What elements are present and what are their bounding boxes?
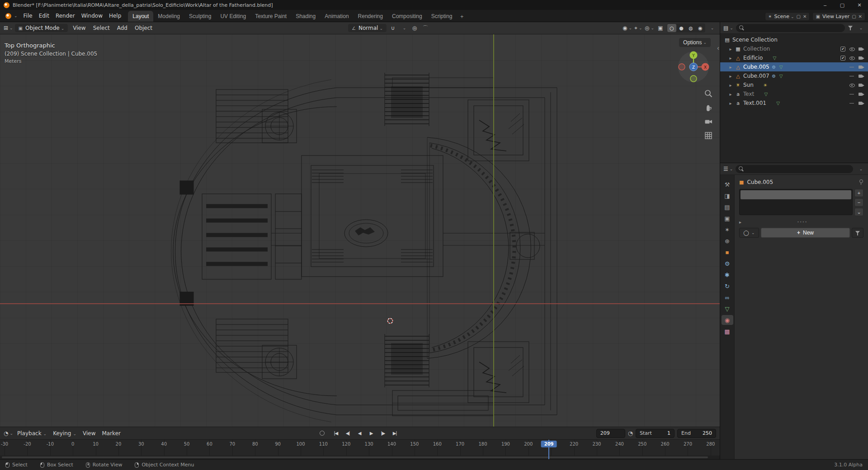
properties-tab[interactable]: ▽ <box>722 304 733 314</box>
outliner-item[interactable]: ▸ Text <box>720 89 868 99</box>
viewport-canvas[interactable]: Top Orthographic (209) Scene Collection … <box>0 34 720 427</box>
jump-to-start-button[interactable]: |◀ <box>330 429 341 438</box>
new-scene-icon[interactable]: ▢ <box>797 14 801 19</box>
properties-tab[interactable]: ∞ <box>722 292 733 302</box>
scene-selector[interactable]: ✶ Scene ▢ ✕ <box>765 12 810 21</box>
auto-keying-toggle[interactable] <box>320 431 325 436</box>
outliner-item[interactable]: ▸ Cube.005 <box>720 62 868 71</box>
material-slot-selected[interactable] <box>741 190 851 199</box>
properties-tab[interactable]: ✱ <box>722 270 733 280</box>
use-preview-range-icon[interactable]: ◔ <box>628 430 633 437</box>
viewport-menu-item[interactable]: View <box>70 24 89 33</box>
properties-tab[interactable]: ✶ <box>722 225 733 235</box>
timeline-scrollbar[interactable] <box>2 456 708 458</box>
blender-menu-button[interactable] <box>3 10 20 22</box>
play-reverse-button[interactable]: ◀ <box>354 429 365 438</box>
timeline-menu-item[interactable]: Playback <box>14 429 50 438</box>
rendered-shading-button[interactable]: ◉ <box>696 24 705 32</box>
properties-tab[interactable]: ◉ <box>722 315 733 325</box>
shading-settings-dropdown[interactable] <box>707 24 716 33</box>
mode-dropdown[interactable]: ▣ Object Mode <box>15 24 68 32</box>
new-material-button[interactable]: New <box>761 228 850 238</box>
menu-item[interactable]: File <box>20 10 36 21</box>
current-frame-field[interactable]: 209 <box>596 429 625 438</box>
workspace-tab[interactable]: Animation <box>320 11 353 22</box>
transform-orientation-dropdown[interactable]: ∠ Normal <box>348 24 387 32</box>
properties-search-input[interactable] <box>746 166 850 172</box>
close-button[interactable]: ✕ <box>851 0 868 10</box>
material-filter-button[interactable] <box>852 228 863 238</box>
properties-tab[interactable]: ⊕ <box>722 236 733 246</box>
properties-tab[interactable]: ▣ <box>722 213 733 223</box>
properties-tab[interactable]: ▩ <box>722 326 733 336</box>
xray-toggle[interactable]: ▣ <box>656 24 665 33</box>
proportional-editing-toggle[interactable]: ◎ <box>410 24 419 33</box>
disable-in-render-icon[interactable] <box>859 64 865 70</box>
outliner-item[interactable]: ▸ Edificio <box>720 53 868 62</box>
properties-tab[interactable]: ⚙ <box>722 258 733 268</box>
zoom-tool-icon[interactable] <box>703 89 713 99</box>
disable-in-render-icon[interactable] <box>859 73 865 79</box>
properties-tab[interactable]: ↻ <box>722 281 733 291</box>
outliner-root-row[interactable]: Scene Collection <box>720 35 868 44</box>
timeline-menu-item[interactable]: Keying <box>50 429 80 438</box>
frame-end-field[interactable]: End 250 <box>677 429 716 438</box>
timeline-menu-item[interactable]: View <box>80 429 99 438</box>
frame-start-field[interactable]: Start 1 <box>636 429 675 438</box>
disclosure-arrow-icon[interactable]: ▸ <box>728 92 733 97</box>
workspace-tab[interactable]: Rendering <box>354 11 387 22</box>
minimize-button[interactable]: – <box>816 0 834 10</box>
menu-item[interactable]: Window <box>78 10 106 21</box>
remove-material-slot-button[interactable]: − <box>854 198 863 207</box>
outliner-item[interactable]: ▸ Cube.007 <box>720 71 868 80</box>
remove-view-layer-icon[interactable]: ✕ <box>859 14 862 19</box>
material-specials-button[interactable]: ⌄ <box>854 208 863 216</box>
new-view-layer-icon[interactable]: ▢ <box>852 14 856 19</box>
hide-in-viewport-icon[interactable] <box>849 91 855 97</box>
workspace-tab[interactable]: Texture Paint <box>250 11 291 22</box>
menu-item[interactable]: Render <box>52 10 78 21</box>
next-keyframe-button[interactable]: |▶ <box>377 429 388 438</box>
outliner-editor-type-button[interactable]: ▤ <box>723 24 733 33</box>
camera-view-icon[interactable] <box>703 117 713 127</box>
jump-to-end-button[interactable]: ▶| <box>389 429 400 438</box>
disclosure-arrow-icon[interactable]: ▸ <box>728 83 733 88</box>
disclosure-arrow-icon[interactable]: ▸ <box>728 101 733 106</box>
disable-in-render-icon[interactable] <box>859 100 865 106</box>
disable-in-render-icon[interactable] <box>859 91 865 97</box>
workspace-tab[interactable]: UV Editing <box>216 11 250 22</box>
pin-icon[interactable] <box>858 179 863 185</box>
drag-grip-icon[interactable] <box>741 220 863 225</box>
snap-settings-dropdown[interactable] <box>399 24 408 33</box>
editor-type-button[interactable]: ⊞ <box>4 24 13 33</box>
properties-tab[interactable]: ◨ <box>722 191 733 201</box>
overlays-dropdown[interactable]: ◎ <box>645 24 654 33</box>
workspace-tab[interactable]: Scripting <box>427 11 457 22</box>
add-workspace-button[interactable]: + <box>457 12 467 22</box>
timeline-ruler[interactable]: -30-20-100102030405060708090100110120130… <box>0 439 720 459</box>
hide-in-viewport-icon[interactable] <box>849 46 855 52</box>
sidebar-collapse-chevron[interactable]: ‹ <box>717 44 719 52</box>
properties-tab[interactable]: ▤ <box>722 202 733 212</box>
unlink-scene-icon[interactable]: ✕ <box>803 14 807 19</box>
solid-shading-button[interactable]: ● <box>677 24 686 32</box>
properties-options-dropdown[interactable] <box>856 164 865 174</box>
outliner-item[interactable]: ▸ Sun <box>720 80 868 89</box>
workspace-tab[interactable]: Sculpting <box>184 11 216 22</box>
gizmo-y-neg-axis[interactable] <box>690 75 697 82</box>
toggle-grid-icon[interactable] <box>703 131 713 141</box>
properties-search[interactable] <box>736 165 853 173</box>
outliner-search[interactable] <box>736 24 845 32</box>
hide-in-viewport-icon[interactable] <box>849 55 855 61</box>
outliner-filter-dropdown[interactable] <box>856 24 865 33</box>
material-slot-list[interactable] <box>739 189 853 215</box>
visibility-dropdown[interactable]: ◉ <box>623 24 632 33</box>
properties-tab[interactable]: ■ <box>722 247 733 257</box>
pan-hand-icon[interactable] <box>703 103 713 113</box>
viewport-menu-item[interactable]: Add <box>114 24 131 33</box>
workspace-tab[interactable]: Shading <box>291 11 320 22</box>
gizmo-x-neg-axis[interactable] <box>679 64 685 70</box>
hide-in-viewport-icon[interactable] <box>849 82 855 88</box>
outliner-item[interactable]: ▸ Collection <box>720 44 868 53</box>
filter-icon[interactable] <box>848 25 853 30</box>
